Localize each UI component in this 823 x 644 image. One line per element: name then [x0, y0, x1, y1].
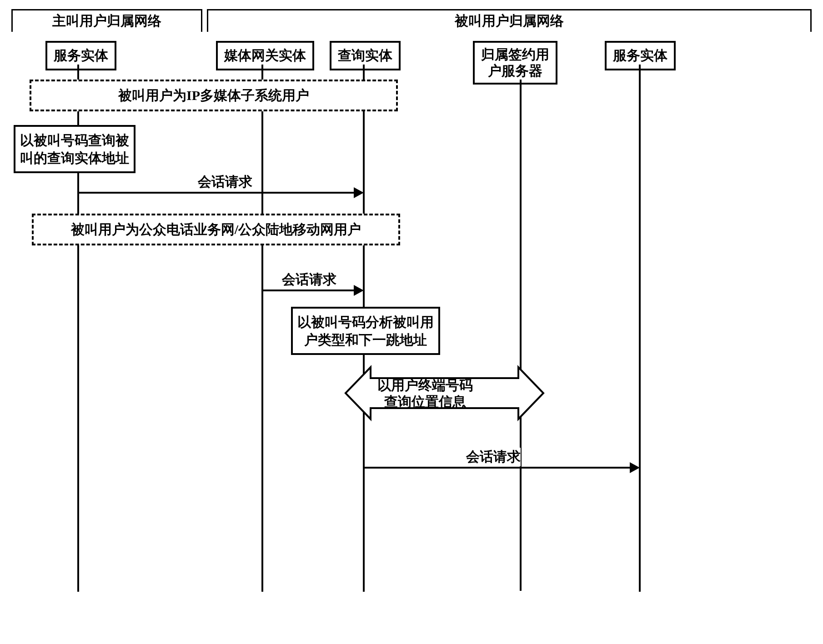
arrow-session-3	[365, 467, 634, 469]
condition-pstn-user: 被叫用户为公众电话业务网/公众陆地移动网用户	[32, 214, 400, 245]
arrow-session-1	[79, 192, 358, 194]
double-arrow-label: 以用户终端号码 查询位置信息	[377, 377, 473, 410]
arrow-session-2	[263, 290, 358, 291]
note-analyze-type: 以被叫号码分析被叫用 户类型和下一跳地址	[291, 307, 440, 355]
entity-service-left: 服务实体	[45, 41, 116, 70]
msg-session-req-3: 会话请求	[466, 448, 521, 466]
msg-session-req-1: 会话请求	[198, 173, 252, 191]
lifeline-hss	[520, 80, 522, 591]
condition-ims-user: 被叫用户为IP多媒体子系统用户	[30, 80, 398, 111]
note-query-address: 以被叫号码查询被 叫的查询实体地址	[14, 125, 135, 173]
entity-query: 查询实体	[330, 41, 401, 70]
entity-media-gateway: 媒体网关实体	[216, 41, 314, 70]
network-callee-label: 被叫用户归属网络	[207, 9, 812, 32]
network-caller-label: 主叫用户归属网络	[11, 9, 202, 32]
lifeline-service-right	[639, 65, 641, 592]
arrow-head-1	[354, 187, 364, 198]
entity-hss: 归属签约用 户服务器	[473, 41, 557, 85]
msg-session-req-2: 会话请求	[282, 270, 336, 289]
arrow-head-3	[630, 462, 640, 473]
arrow-head-2	[354, 285, 364, 296]
lifeline-media-gateway	[261, 65, 263, 592]
